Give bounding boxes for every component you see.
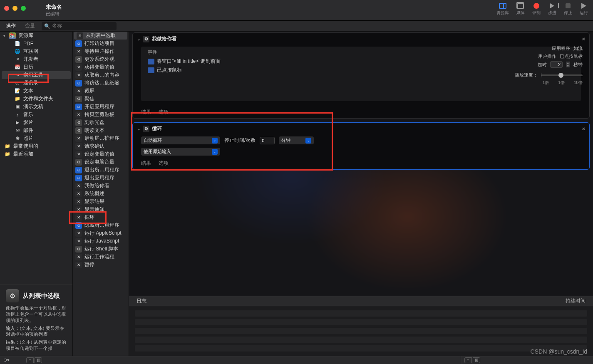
unit-select[interactable]: 分钟⌄ (279, 136, 314, 144)
window-icon (148, 59, 154, 64)
log-row (135, 328, 587, 334)
action-info-panel: ⚙ 从列表中选取 此操作会显示一个对话框，对话框上包含一个可以从中选取项的项列表… (0, 285, 72, 356)
run-button[interactable]: 运行 (580, 2, 588, 16)
chevron-down-icon: ⌄ (212, 149, 218, 155)
sidebar-item[interactable]: ✉邮件 (0, 126, 72, 134)
action-item[interactable]: ✕获得变量的值 (73, 63, 129, 71)
action-item[interactable]: ⚙运行 Shell 脚本 (73, 245, 129, 253)
results-tab[interactable]: 结果 (141, 160, 151, 167)
action-item[interactable]: ✕设定变量的值 (73, 150, 129, 158)
action-item[interactable]: ✕运行工作流程 (73, 253, 129, 261)
stepper-icon[interactable]: ▴▾ (566, 62, 570, 67)
log-row (135, 337, 587, 343)
speed-slider[interactable] (541, 74, 583, 76)
options-tab[interactable]: 选项 (159, 109, 169, 116)
status-bar: ⊖▾ ≡▥ ≡⊞ (0, 356, 593, 364)
sidebar-item[interactable]: ◎通讯录 (0, 79, 72, 87)
sidebar-item[interactable]: ✕实用工具 (2, 71, 71, 79)
results-tab[interactable]: 结果 (141, 109, 151, 116)
workflow-block-watch-me-do[interactable]: ⌄ ⚙ 我做给你看 × 事件 将窗口"<fill in title>"调到前面 … (132, 32, 590, 119)
action-item[interactable]: ☺隐藏所…用程序 (73, 221, 129, 229)
stop-button[interactable]: 停止 (564, 2, 572, 16)
action-item[interactable]: ☺开启应用程序 (73, 103, 129, 111)
action-item[interactable]: ⚙设定电脑音量 (73, 158, 129, 166)
chevron-down-icon: ⌄ (212, 138, 218, 144)
collapse-icon[interactable]: ⌄ (137, 37, 140, 41)
stop-label: 停止时间/次数 (224, 137, 256, 144)
action-list: ✕从列表中选取☺打印访达项目✕等待用户操作⚙更改系统外观✕获得变量的值✕获取剪…… (73, 32, 129, 269)
category-list: ▾📚资源库📄PDF🌐互联网✕开发者📅日历✕实用工具◎通讯录📝文本📁文件和文件夹▣… (0, 32, 72, 158)
maximize-icon[interactable] (21, 6, 26, 11)
action-item[interactable]: ✕截屏 (73, 87, 129, 95)
loop-mode-select[interactable]: 自动循环⌄ (141, 136, 220, 144)
workflow-canvas[interactable]: ⌄ ⚙ 我做给你看 × 事件 将窗口"<fill in title>"调到前面 … (129, 32, 593, 296)
input-mode-select[interactable]: 使用原始输入⌄ (141, 148, 220, 156)
action-item[interactable]: ✕等待用户操作 (73, 47, 129, 55)
action-info-icon: ⚙ (6, 289, 19, 302)
action-item[interactable]: ✕我做给你看 (73, 182, 129, 190)
library-button[interactable]: 资源库 (496, 2, 509, 16)
sidebar-item[interactable]: ✕开发者 (0, 55, 72, 63)
sidebar-item[interactable]: 🌐互联网 (0, 47, 72, 55)
sidebar-item[interactable]: 📝文本 (0, 87, 72, 95)
view-toggle[interactable]: ≡▥ (26, 357, 42, 363)
sidebar-item[interactable]: 📁文件和文件夹 (0, 95, 72, 103)
step-button[interactable]: 步进 (548, 2, 556, 16)
search-input[interactable]: 🔍 名称 (42, 22, 117, 30)
sidebar-root[interactable]: ▾📚资源库 (0, 32, 72, 40)
action-item[interactable]: ☺打印访达项目 (73, 40, 129, 47)
action-item[interactable]: ✕从列表中选取 (74, 32, 127, 40)
close-icon[interactable]: × (582, 36, 585, 42)
sidebar-item[interactable]: ▶影片 (0, 119, 72, 126)
play-icon (581, 3, 586, 9)
sidebar-item[interactable]: ♪音乐 (0, 111, 72, 119)
action-item[interactable]: ⚙更改系统外观 (73, 55, 129, 63)
action-item[interactable]: ✕循环 (73, 213, 129, 221)
media-button[interactable]: 媒体 (516, 2, 525, 16)
filter-bar: 操作 变量 🔍 名称 (0, 21, 593, 32)
close-icon[interactable] (4, 6, 9, 11)
sidebar-folder[interactable]: 📁最近添加 (0, 150, 72, 158)
sidebar-item[interactable]: 📅日历 (0, 63, 72, 71)
stop-value-field[interactable] (260, 137, 275, 144)
status-symbol[interactable]: ⊖▾ (3, 357, 10, 363)
sidebar-item[interactable]: 📄PDF (0, 40, 72, 47)
tab-variables[interactable]: 变量 (22, 22, 37, 30)
action-item[interactable]: ⚙朗读文本 (73, 126, 129, 134)
tab-actions[interactable]: 操作 (3, 22, 18, 30)
action-item[interactable]: ⚙聚焦 (73, 95, 129, 103)
action-item[interactable]: ✕显示通知 (73, 206, 129, 213)
options-tab[interactable]: 选项 (159, 160, 169, 167)
action-item[interactable]: ✕暂停 (73, 261, 129, 269)
action-item[interactable]: ✕请求确认 (73, 142, 129, 150)
action-item[interactable]: ✕获取剪…的内容 (73, 71, 129, 79)
record-button[interactable]: 录制 (532, 2, 541, 16)
action-item[interactable]: ☺将访达…废纸篓 (73, 79, 129, 87)
sidebar-item[interactable]: ❀照片 (0, 134, 72, 142)
action-item[interactable]: ✕显示结果 (73, 198, 129, 206)
collapse-icon[interactable]: ⌄ (137, 126, 140, 131)
gear-icon: ⚙ (143, 36, 149, 42)
view-toggle-right[interactable]: ≡⊞ (464, 357, 480, 363)
chevron-down-icon: ⌄ (305, 138, 311, 144)
action-item[interactable]: ⚙刻录光盘 (73, 119, 129, 126)
minimize-icon[interactable] (12, 6, 17, 11)
action-item[interactable]: ✕系统概述 (73, 190, 129, 198)
slider-thumb-icon[interactable] (558, 73, 563, 78)
sidebar-item[interactable]: ▣演示文稿 (0, 103, 72, 111)
action-item[interactable]: ✕运行 AppleScript (73, 229, 129, 237)
workspace: ⌄ ⚙ 我做给你看 × 事件 将窗口"<fill in title>"调到前面 … (129, 32, 593, 356)
sidebar-actions: ✕从列表中选取☺打印访达项目✕等待用户操作⚙更改系统外观✕获得变量的值✕获取剪…… (73, 32, 129, 356)
sidebar-folder[interactable]: 📁最常使用的 (0, 142, 72, 150)
close-icon[interactable]: × (582, 126, 585, 132)
search-placeholder: 名称 (52, 22, 62, 30)
watermark: CSDN @sun_csdn_id (531, 348, 587, 355)
workflow-block-loop[interactable]: ⌄ ⚙ 循环 × 自动循环⌄ 停止时间/次数 分钟⌄ 使用原始输入⌄ 结果 选项 (132, 122, 590, 170)
timeout-field[interactable] (550, 61, 563, 68)
action-item[interactable]: ✕运行 JavaScript (73, 237, 129, 245)
action-item[interactable]: ☺退出所…用程序 (73, 166, 129, 174)
action-item[interactable]: ☺退出应用程序 (73, 174, 129, 182)
action-item[interactable]: ✕拷贝至剪贴板 (73, 111, 129, 119)
action-item[interactable]: ✕启动屏…护程序 (73, 134, 129, 142)
log-row (135, 319, 587, 325)
